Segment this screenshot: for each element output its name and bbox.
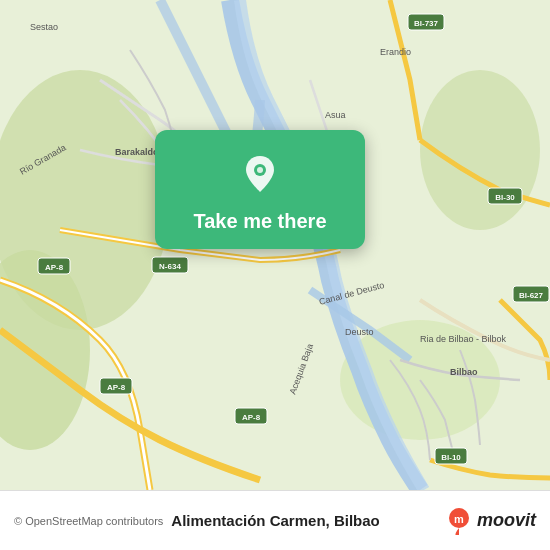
moovit-icon: m [445,507,473,535]
svg-text:Deusto: Deusto [345,327,374,337]
svg-text:Ria de Bilbao - Bilbok: Ria de Bilbao - Bilbok [420,334,507,344]
moovit-logo-text: moovit [477,510,536,531]
take-me-there-button-label: Take me there [193,210,326,233]
svg-text:AP-8: AP-8 [242,413,261,422]
moovit-logo: m moovit [445,507,536,535]
svg-text:AP-8: AP-8 [45,263,64,272]
place-name: Alimentación Carmen, Bilbao [171,512,445,529]
svg-text:N-634: N-634 [159,262,181,271]
svg-text:BI-627: BI-627 [519,291,544,300]
svg-text:Barakaldo: Barakaldo [115,147,159,157]
map-attribution: © OpenStreetMap contributors [14,515,163,527]
svg-text:m: m [454,513,464,525]
location-pin-icon [234,148,286,200]
svg-text:BI-10: BI-10 [441,453,461,462]
svg-text:BI-30: BI-30 [495,193,515,202]
svg-text:Asua: Asua [325,110,346,120]
map-container: Barakaldo Sestao Erandio Bilbao Río Gran… [0,0,550,490]
bottom-bar: © OpenStreetMap contributors Alimentació… [0,490,550,550]
take-me-there-card[interactable]: Take me there [155,130,365,249]
svg-text:Erandio: Erandio [380,47,411,57]
svg-text:Bilbao: Bilbao [450,367,478,377]
svg-text:BI-737: BI-737 [414,19,439,28]
svg-text:Sestao: Sestao [30,22,58,32]
svg-text:AP-8: AP-8 [107,383,126,392]
svg-point-32 [257,167,263,173]
